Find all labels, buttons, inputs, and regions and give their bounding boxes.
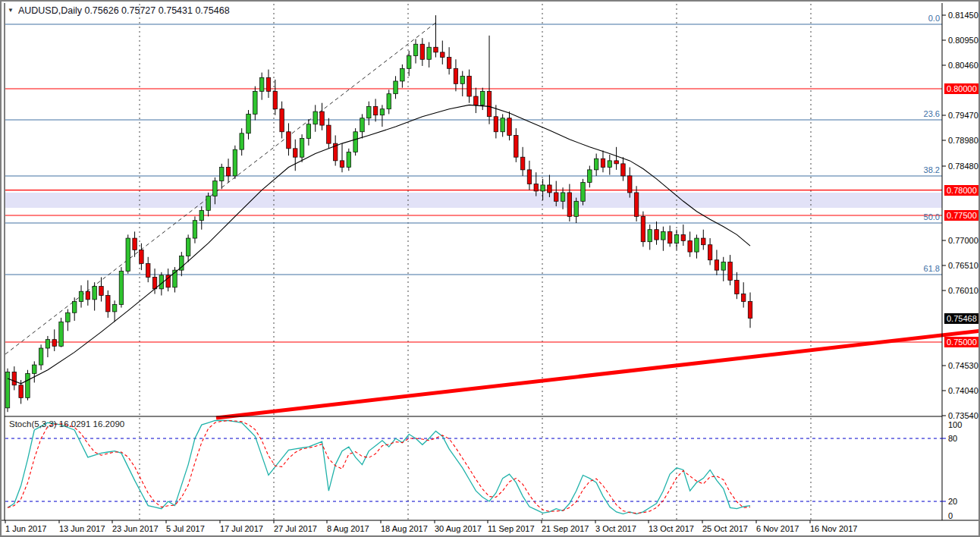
date-label: 13 Jun 2017	[59, 524, 105, 533]
thick-red-trendline[interactable]	[216, 331, 980, 418]
candle-bear	[628, 176, 633, 193]
candle-bull	[306, 124, 311, 139]
candle-bull	[5, 372, 10, 407]
date-label: 30 Aug 2017	[435, 524, 482, 533]
date-label: 3 Oct 2017	[595, 524, 636, 533]
price-axis-label: 0.78480	[948, 162, 978, 171]
fib-level-label: 61.8	[916, 264, 940, 273]
price-axis-label: 0.76010	[948, 286, 978, 296]
candle-bull	[695, 238, 699, 252]
candle-bear	[688, 240, 693, 252]
candle-bear	[474, 96, 479, 105]
candle-bull	[561, 193, 565, 201]
support-zone-band	[5, 193, 942, 208]
candle-bull	[199, 210, 204, 220]
candle-bear	[708, 245, 712, 260]
candle-bear	[420, 44, 425, 59]
candle-bull	[661, 231, 666, 240]
candle-bear	[287, 132, 291, 149]
candle-bull	[93, 287, 97, 300]
price-axis-label: 0.76510	[948, 261, 978, 271]
candle-bull	[240, 133, 244, 149]
candle-bull	[574, 201, 579, 216]
fib-level-label: 50.0	[916, 212, 940, 221]
price-axis-label: 0.80460	[948, 61, 978, 71]
candle-bear	[133, 238, 137, 250]
candle-bear	[441, 52, 445, 58]
candle-bull	[581, 183, 586, 202]
date-label: 6 Nov 2017	[756, 524, 799, 533]
candle-bear	[86, 291, 90, 300]
candle-bull	[347, 152, 351, 168]
candle-bull	[460, 76, 465, 83]
candle-bear	[527, 170, 532, 184]
candle-bear	[634, 193, 639, 216]
candle-bull	[594, 159, 598, 170]
current-price-badge: 0.75468	[944, 313, 980, 324]
candle-bull	[387, 94, 391, 109]
date-label: 27 Jul 2017	[274, 524, 317, 533]
date-label: 17 Jul 2017	[220, 524, 263, 533]
candle-bull	[33, 365, 37, 373]
candle-bull	[112, 305, 117, 312]
date-label: 23 Jun 2017	[112, 524, 159, 533]
candle-bear	[748, 302, 752, 319]
stoch-axis-label: 20	[948, 497, 957, 507]
candle-bull	[541, 185, 545, 191]
candle-bear	[467, 76, 472, 96]
fib-level-label: 23.6	[916, 109, 940, 118]
stoch-axis-label: 80	[948, 434, 957, 444]
candle-bull	[213, 181, 218, 196]
candle-bear	[273, 91, 278, 108]
candle-bull	[360, 118, 365, 132]
stoch-signal-line	[8, 421, 750, 513]
candle-bull	[674, 234, 679, 243]
candle-bear	[146, 263, 150, 277]
fib-level-label: 0.0	[916, 14, 940, 23]
stoch-axis-label: 0	[948, 511, 953, 521]
candle-bull	[367, 106, 372, 118]
candle-bear	[340, 161, 344, 168]
candle-bull	[206, 196, 211, 211]
date-label: 11 Sep 2017	[488, 524, 535, 533]
candle-bull	[219, 168, 224, 181]
candle-bear	[702, 238, 706, 245]
candle-bull	[253, 91, 258, 114]
candle-bear	[621, 164, 626, 176]
candle-bear	[641, 216, 645, 241]
candle-bull	[119, 271, 124, 304]
candle-bull	[400, 68, 405, 81]
candle-bull	[247, 114, 251, 133]
price-axis-label: 0.74530	[948, 361, 978, 371]
candle-bear	[327, 125, 331, 143]
price-axis-label: 0.74040	[948, 386, 978, 396]
candle-bear	[434, 47, 438, 52]
date-label: 16 Nov 2017	[810, 524, 857, 533]
candle-bear	[554, 193, 558, 201]
candle-bear	[567, 193, 572, 216]
candle-bull	[66, 312, 71, 322]
symbol-dropdown-arrow-icon[interactable]: ▼	[8, 7, 14, 14]
indicator-label: Stoch(5,3,3) 16.0291 16.2090	[9, 419, 124, 429]
candle-bull	[413, 44, 418, 55]
candle-bull	[501, 118, 505, 132]
candle-bull	[59, 322, 64, 346]
price-axis-label: 0.80950	[948, 36, 978, 46]
candle-bull	[126, 238, 130, 271]
price-axis-label: 0.81450	[948, 11, 978, 20]
candle-bear	[152, 277, 157, 288]
candle-bear	[614, 161, 619, 164]
date-label: 21 Sep 2017	[542, 524, 589, 533]
candle-bear	[294, 149, 298, 157]
candle-bull	[186, 238, 190, 256]
chart-canvas[interactable]	[2, 2, 980, 537]
candle-bear	[140, 250, 144, 263]
candle-bull	[79, 291, 83, 301]
candle-bear	[715, 260, 719, 270]
candle-bull	[72, 302, 77, 313]
candle-bull	[721, 262, 726, 270]
price-axis-label: 0.77000	[948, 236, 978, 246]
line-price-badge: 0.80000	[944, 83, 980, 94]
date-label: 5 Jul 2017	[166, 524, 205, 533]
candle-bear	[494, 117, 498, 132]
